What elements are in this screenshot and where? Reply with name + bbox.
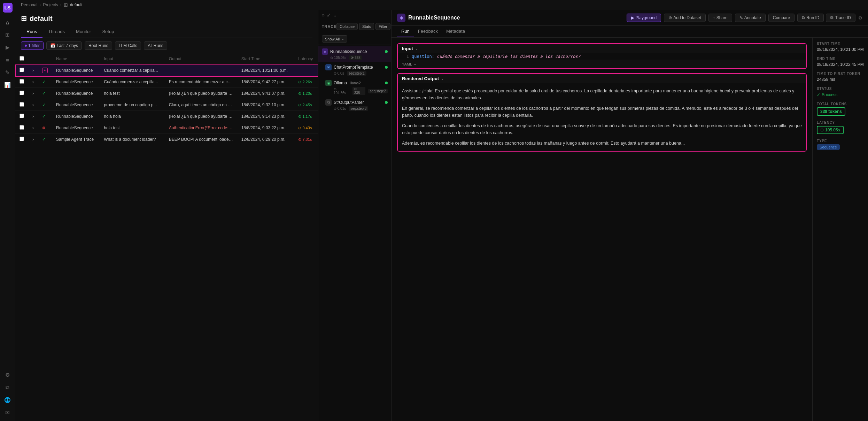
meta-end-time: END TIME 08/18/2024, 10:22:45 PM <box>817 57 864 67</box>
filter-dot <box>25 45 27 47</box>
trace-stats-btn[interactable]: Stats <box>359 23 374 30</box>
trace-item-icon-ollama: ◉ <box>325 80 332 86</box>
detail-tab-run[interactable]: Run <box>397 26 414 37</box>
col-input[interactable]: Input <box>100 53 165 65</box>
trace-id-btn[interactable]: ⧉ Trace ID <box>826 14 855 22</box>
sidebar-icon-runs[interactable]: ▶ <box>2 42 13 53</box>
row-input: hola test <box>100 88 165 99</box>
yaml-chevron-icon: ⌄ <box>413 62 417 66</box>
table-row[interactable]: › ✓ RunnableSequence proveeme de un copd… <box>15 99 318 111</box>
trace-item-name: Ollama <box>334 81 347 85</box>
sidebar-icon-edit[interactable]: ✎ <box>2 67 13 78</box>
show-all-btn[interactable]: Show All ⌄ <box>322 35 347 43</box>
trace-item-icon-runnable: ◈ <box>322 48 328 55</box>
select-all-checkbox[interactable] <box>20 56 24 61</box>
sidebar-icon-mail[interactable]: ✉ <box>2 407 13 418</box>
row-expand[interactable]: › <box>28 99 38 111</box>
filter-active[interactable]: 1 filter <box>21 41 44 50</box>
row-expand[interactable]: › <box>28 65 38 76</box>
filter-date[interactable]: 📅 Last 7 days <box>46 41 82 50</box>
sidebar-icon-home[interactable]: ⌂ <box>2 17 13 28</box>
runs-section: ⊞ default Runs Threads Monitor Setup 1 f… <box>15 10 318 421</box>
trace-item-str-output[interactable]: ⧉ StrOutputParser ⊙ 0.01s seq:step:3 <box>318 97 391 113</box>
col-start-time[interactable]: Start Time <box>237 53 294 65</box>
table-row[interactable]: › ✓ Sample Agent Trace What is a documen… <box>15 134 318 145</box>
row-expand[interactable]: › <box>28 88 38 99</box>
sidebar-icon-settings[interactable]: ⚙ <box>2 369 13 381</box>
trace-item-runnable-sequence[interactable]: ◈ RunnableSequence ⊙ 105.05s ⟳ 338 <box>318 46 391 62</box>
sidebar-icon-grid[interactable]: ⊞ <box>2 29 13 40</box>
sidebar-icon-layers2[interactable]: ⧉ <box>2 382 13 393</box>
run-id-btn[interactable]: ⧉ Run ID <box>797 14 824 22</box>
row-expand[interactable]: › <box>28 111 38 122</box>
share-btn[interactable]: ↑ Share <box>708 14 732 22</box>
filter-root-runs[interactable]: Root Runs <box>85 41 112 50</box>
chevron-down-icon[interactable]: ⌄ <box>333 12 337 18</box>
table-row[interactable]: › ✦ RunnableSequence Cuándo comenzar a c… <box>15 65 318 76</box>
trace-collapse-btn[interactable]: Collapse <box>336 23 358 30</box>
breadcrumb-projects[interactable]: Projects <box>43 2 58 7</box>
input-section-header[interactable]: Input ⌄ <box>398 44 806 53</box>
trace-label: TRACE <box>322 24 336 29</box>
trace-filter-btn[interactable]: Filter <box>375 23 390 30</box>
filters-row: 1 filter 📅 Last 7 days Root Runs LLM Cal… <box>15 38 318 53</box>
tab-monitor[interactable]: Monitor <box>70 26 96 38</box>
output-para-3: Cuando comiences a cepillar los dientes … <box>402 122 802 136</box>
row-checkbox[interactable] <box>15 122 28 134</box>
col-latency[interactable]: Latency <box>294 53 318 65</box>
status-success-icon: ✓ <box>42 91 46 96</box>
app-logo: LS <box>3 3 13 13</box>
table-row[interactable]: › ✓ RunnableSequence hola test ¡Hola! ¿E… <box>15 88 318 99</box>
row-checkbox[interactable] <box>15 65 28 76</box>
row-status: ✓ <box>38 111 52 122</box>
table-row[interactable]: › ⊗ RunnableSequence hola test Authentic… <box>15 122 318 134</box>
trace-item-seq: seq:step:3 <box>349 106 368 111</box>
detail-tab-feedback[interactable]: Feedback <box>414 26 442 37</box>
tab-setup[interactable]: Setup <box>96 26 119 38</box>
trace-item-status <box>385 66 388 69</box>
left-sidebar: LS ⌂ ⊞ ▶ ≡ ✎ 📊 ⚙ ⧉ 🌐 ✉ <box>0 0 15 421</box>
add-to-dataset-btn[interactable]: ⊕ Add to Dataset <box>664 14 705 22</box>
sidebar-icon-chart[interactable]: 📊 <box>2 79 13 91</box>
row-expand[interactable]: › <box>28 76 38 88</box>
row-time: 12/8/2024, 6:29:20 p.m. <box>237 134 294 145</box>
compare-btn[interactable]: Compare <box>768 14 795 22</box>
main-content: Personal › Projects › ⊞ default ⊞ defaul… <box>15 0 868 421</box>
filter-llm-calls[interactable]: LLM Calls <box>115 41 141 50</box>
row-checkbox[interactable] <box>15 111 28 122</box>
trace-item-chat-prompt[interactable]: ✉ ChatPromptTemplate ⊙ 0.0s seq:step:1 <box>318 62 391 78</box>
row-expand[interactable]: › <box>28 122 38 134</box>
trace-item-name: ChatPromptTemplate <box>334 65 373 70</box>
breadcrumb-personal[interactable]: Personal <box>21 2 37 7</box>
table-row[interactable]: › ✓ RunnableSequence Cuándo comenzar a c… <box>15 76 318 88</box>
row-checkbox[interactable] <box>15 99 28 111</box>
row-output <box>165 65 237 76</box>
trace-top-nav: » ⤢ ⌄ <box>318 10 391 20</box>
detail-tab-metadata[interactable]: Metadata <box>442 26 469 37</box>
annotate-btn[interactable]: ✎ Annotate <box>735 14 766 22</box>
output-section-header[interactable]: Rendered Output ⌄ <box>398 74 806 83</box>
settings-icon[interactable]: ⚙ <box>858 15 862 21</box>
status-success-icon: ✓ <box>42 102 46 107</box>
row-expand[interactable]: › <box>28 134 38 145</box>
row-status: ✓ <box>38 88 52 99</box>
trace-item-ollama[interactable]: ◉ Ollama llama2 ⊙ 104.86s ⟳ 338 seq:step… <box>318 78 391 97</box>
annotate-icon: ✎ <box>739 15 743 20</box>
col-output[interactable]: Output <box>165 53 237 65</box>
collapse-arrows-icon[interactable]: » <box>322 12 325 18</box>
row-checkbox[interactable] <box>15 134 28 145</box>
tab-threads[interactable]: Threads <box>42 26 70 38</box>
add-dataset-icon: ⊕ <box>668 15 672 20</box>
row-checkbox[interactable] <box>15 88 28 99</box>
sidebar-icon-globe[interactable]: 🌐 <box>2 395 13 406</box>
playground-btn[interactable]: ▶ Playground <box>627 14 661 22</box>
page-title: ⊞ default <box>21 14 312 23</box>
table-row[interactable]: › ✓ RunnableSequence hola hola ¡Hola! ¿E… <box>15 111 318 122</box>
row-checkbox[interactable] <box>15 76 28 88</box>
yaml-selector[interactable]: YAML ⌄ <box>398 60 806 68</box>
filter-all-runs[interactable]: All Runs <box>144 41 167 50</box>
sidebar-icon-layers[interactable]: ≡ <box>2 54 13 66</box>
expand-icon[interactable]: ⤢ <box>327 12 331 18</box>
col-name[interactable]: Name <box>52 53 100 65</box>
tab-runs[interactable]: Runs <box>21 26 42 38</box>
